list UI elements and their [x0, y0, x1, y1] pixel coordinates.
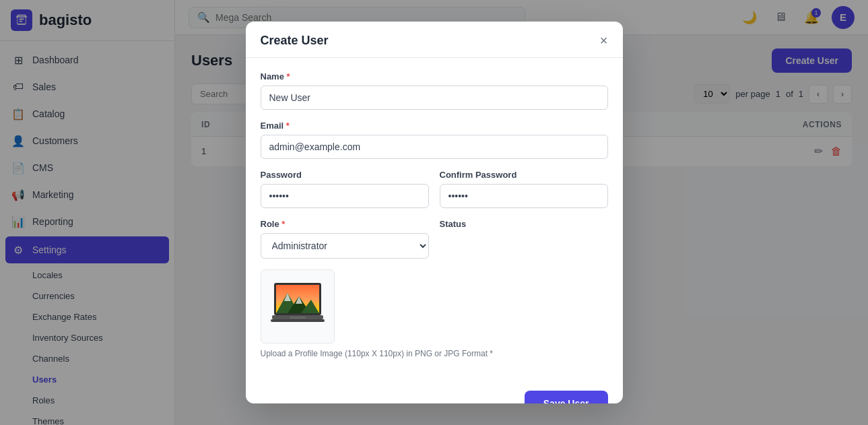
create-user-modal: Create User × Name * Email * [246, 22, 623, 404]
confirm-password-label: Confirm Password [440, 170, 608, 180]
upload-hint: Upload a Profile Image (110px X 110px) i… [261, 349, 608, 358]
role-field-group: Role * Administrator Manager Agent [261, 219, 429, 259]
modal-overlay[interactable]: Create User × Name * Email * [0, 0, 868, 425]
modal-body: Name * Email * Password C [246, 58, 623, 381]
email-field-group: Email * [261, 121, 608, 159]
name-input[interactable] [261, 86, 608, 110]
role-label: Role * [261, 219, 429, 229]
name-field-group: Name * [261, 71, 608, 110]
confirm-password-input[interactable] [440, 184, 608, 208]
status-label: Status [440, 219, 608, 229]
modal-header: Create User × [246, 22, 623, 58]
password-field-group: Password [261, 170, 429, 208]
modal-footer: Save User [246, 381, 623, 404]
password-input[interactable] [261, 184, 429, 208]
email-label: Email * [261, 121, 608, 131]
status-field-group: Status [440, 219, 608, 259]
svg-rect-8 [271, 319, 325, 322]
confirm-password-field-group: Confirm Password [440, 170, 608, 208]
modal-close-button[interactable]: × [600, 34, 608, 47]
email-input[interactable] [261, 135, 608, 159]
name-label: Name * [261, 71, 608, 81]
profile-image-area: Upload a Profile Image (110px X 110px) i… [261, 269, 608, 358]
modal-title: Create User [261, 34, 329, 48]
role-select[interactable]: Administrator Manager Agent [261, 233, 429, 259]
role-status-row: Role * Administrator Manager Agent Statu… [261, 219, 608, 259]
save-user-button[interactable]: Save User [525, 391, 608, 404]
password-label: Password [261, 170, 429, 180]
password-row: Password Confirm Password [261, 170, 608, 208]
profile-image-preview [264, 273, 331, 340]
profile-image-box[interactable] [261, 269, 335, 344]
svg-rect-9 [290, 317, 306, 319]
